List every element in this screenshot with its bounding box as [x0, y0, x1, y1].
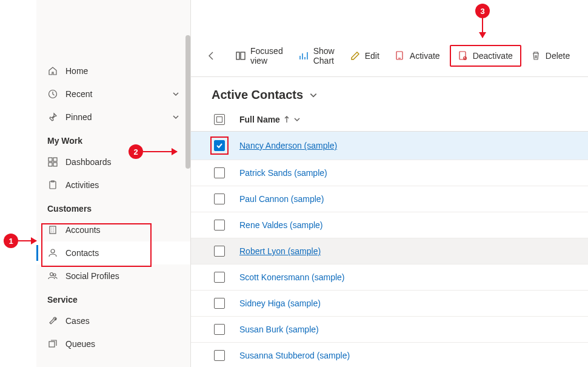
chart-icon: [299, 51, 309, 61]
row-checkbox[interactable]: [214, 140, 225, 151]
people-icon: [47, 271, 58, 281]
activate-icon: [395, 51, 405, 61]
sidebar-item-home[interactable]: Home: [36, 59, 190, 82]
svg-rect-4: [53, 163, 57, 166]
svg-rect-3: [48, 163, 52, 166]
chevron-down-icon: [172, 113, 179, 121]
table-row[interactable]: Paul Cannon (sample): [191, 186, 588, 212]
table-header-row: Full Name: [191, 109, 588, 132]
back-button[interactable]: [201, 47, 222, 64]
row-checkbox[interactable]: [214, 194, 225, 204]
table-row[interactable]: Patrick Sands (sample): [191, 160, 588, 186]
sidebar-section-customers: Customers: [36, 197, 190, 218]
table-row[interactable]: Robert Lyon (sample): [191, 238, 588, 264]
svg-point-9: [53, 274, 56, 276]
show-chart-button[interactable]: Show Chart: [293, 42, 341, 69]
contact-name-link[interactable]: Robert Lyon (sample): [239, 246, 321, 256]
annotation-arrow-2: [143, 151, 177, 152]
clock-icon: [47, 89, 58, 99]
row-checkbox[interactable]: [214, 324, 225, 335]
trash-icon: [531, 51, 541, 61]
activate-button[interactable]: Activate: [389, 47, 446, 64]
back-arrow-icon: [207, 51, 216, 61]
sidebar-item-contacts[interactable]: Contacts: [36, 241, 190, 264]
chevron-down-icon: [172, 90, 179, 98]
delete-dropdown[interactable]: [586, 47, 588, 64]
sidebar-item-label: Pinned: [65, 112, 172, 122]
contact-name-link[interactable]: Susanna Stubberod (sample): [239, 351, 350, 360]
row-checkbox[interactable]: [214, 220, 225, 231]
sort-asc-icon: [284, 116, 290, 123]
sidebar-item-label: Queues: [65, 339, 179, 349]
contact-name-link[interactable]: Susan Burk (sample): [239, 325, 319, 334]
main-area: Focused view Show Chart Edit Activate: [191, 35, 588, 367]
table-row[interactable]: Sidney Higa (sample): [191, 291, 588, 317]
contact-name-link[interactable]: Paul Cannon (sample): [239, 194, 324, 204]
svg-rect-5: [50, 181, 56, 189]
deactivate-button[interactable]: Deactivate: [450, 45, 521, 67]
sidebar-section-service: Service: [36, 288, 190, 309]
toolbar-label: Deactivate: [473, 51, 513, 61]
sidebar-item-label: Home: [65, 66, 179, 76]
row-checkbox[interactable]: [214, 350, 225, 361]
wrench-icon: [47, 315, 58, 326]
annotation-badge-2: 2: [129, 144, 143, 159]
sidebar-item-label: Social Profiles: [65, 271, 179, 281]
contact-name-link[interactable]: Patrick Sands (sample): [239, 168, 327, 178]
svg-rect-10: [49, 342, 55, 347]
command-bar: Focused view Show Chart Edit Activate: [191, 35, 588, 77]
table-row[interactable]: Scott Konersmann (sample): [191, 264, 588, 291]
focused-view-button[interactable]: Focused view: [230, 42, 289, 69]
column-label: Full Name: [239, 115, 280, 124]
svg-rect-6: [50, 226, 56, 234]
contact-name-link[interactable]: Scott Konersmann (sample): [239, 272, 345, 282]
sidebar-item-social-profiles[interactable]: Social Profiles: [36, 264, 190, 288]
contact-name-link[interactable]: Rene Valdes (sample): [239, 220, 322, 230]
clipboard-icon: [47, 180, 58, 190]
sidebar-item-label: Contacts: [65, 248, 179, 258]
row-checkbox[interactable]: [214, 298, 225, 309]
svg-point-7: [51, 249, 55, 253]
sidebar-item-queues[interactable]: Queues: [36, 332, 190, 355]
toolbar-label: Focused view: [250, 46, 283, 66]
annotation-badge-1: 1: [4, 234, 18, 248]
building-icon: [47, 224, 58, 235]
dashboard-icon: [47, 157, 58, 167]
queue-icon: [47, 338, 58, 349]
toolbar-label: Edit: [365, 51, 379, 61]
svg-rect-1: [48, 158, 52, 161]
row-checkbox[interactable]: [214, 246, 225, 257]
select-all-checkbox[interactable]: [214, 114, 225, 125]
contact-name-link[interactable]: Sidney Higa (sample): [239, 298, 321, 308]
table-row[interactable]: Susan Burk (sample): [191, 317, 588, 343]
deactivate-icon: [458, 51, 468, 61]
table-row[interactable]: Susanna Stubberod (sample): [191, 343, 588, 367]
sidebar-item-cases[interactable]: Cases: [36, 309, 190, 332]
focused-view-icon: [236, 51, 246, 61]
sidebar-item-activities[interactable]: Activities: [36, 173, 190, 197]
edit-icon: [350, 51, 360, 61]
person-icon: [47, 247, 58, 258]
pin-icon: [47, 112, 58, 123]
sidebar-item-dashboards[interactable]: Dashboards: [36, 150, 190, 173]
sidebar-item-accounts[interactable]: Accounts: [36, 218, 190, 241]
sidebar-item-pinned[interactable]: Pinned: [36, 106, 190, 129]
svg-point-8: [50, 273, 53, 276]
annotation-arrow-3: [482, 18, 483, 38]
view-dropdown-icon[interactable]: [309, 91, 318, 99]
row-checkbox[interactable]: [214, 272, 225, 283]
sidebar-item-label: Accounts: [65, 225, 179, 235]
table-row[interactable]: Rene Valdes (sample): [191, 212, 588, 238]
column-header-fullname[interactable]: Full Name: [233, 115, 573, 124]
sidebar-item-recent[interactable]: Recent: [36, 82, 190, 106]
row-checkbox[interactable]: [214, 167, 225, 178]
svg-rect-12: [241, 52, 245, 59]
chevron-down-icon: [293, 116, 301, 123]
sidebar-item-label: Activities: [65, 180, 179, 190]
contact-name-link[interactable]: Nancy Anderson (sample): [239, 141, 337, 150]
sidebar: Home Recent Pinned: [36, 0, 191, 367]
sidebar-item-label: Recent: [65, 89, 172, 99]
delete-button[interactable]: Delete: [525, 47, 576, 64]
edit-button[interactable]: Edit: [344, 47, 386, 64]
table-row[interactable]: Nancy Anderson (sample): [191, 132, 588, 160]
